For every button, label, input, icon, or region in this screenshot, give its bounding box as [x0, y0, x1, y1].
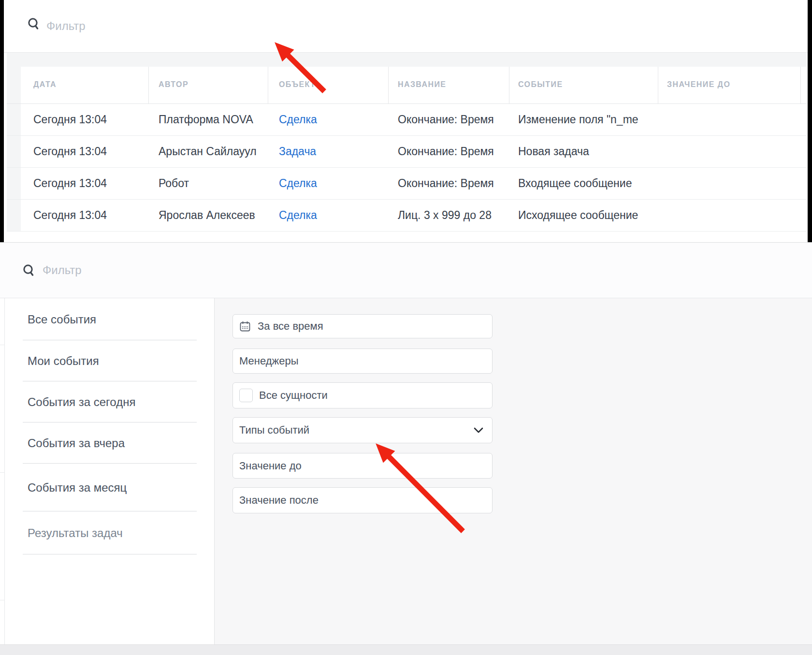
search-icon	[22, 264, 36, 277]
column-header-object[interactable]: ОБЪЕКТ	[279, 77, 316, 92]
sidebar-item-events-month[interactable]: События за месяц	[5, 464, 214, 511]
cell-name: Окончание: Время	[398, 103, 502, 135]
cell-date: Сегодня 13:04	[33, 103, 145, 135]
filter-search-bar[interactable]: Фильтр	[4, 0, 808, 53]
cell-object-link[interactable]: Сделка	[279, 199, 376, 231]
sidebar-item-task-results[interactable]: Результаты задач	[5, 511, 214, 554]
cell-object-link[interactable]: Задача	[279, 135, 376, 167]
managers-field[interactable]: Менеджеры	[232, 349, 493, 374]
cell-event: Исходящее сообщение	[518, 199, 658, 231]
filter-search-placeholder: Фильтр	[43, 243, 82, 298]
cell-name: Окончание: Время	[398, 135, 502, 167]
search-icon	[27, 17, 41, 31]
sidebar-item-events-today[interactable]: События за сегодня	[5, 381, 214, 422]
managers-field-placeholder: Менеджеры	[239, 355, 299, 367]
screen-edge-left	[0, 0, 4, 242]
cell-name: Окончание: Время	[398, 167, 502, 199]
column-divider	[658, 67, 658, 103]
column-header-date[interactable]: ДАТА	[33, 77, 57, 92]
cell-date: Сегодня 13:04	[33, 167, 145, 199]
calendar-icon	[239, 320, 251, 332]
bottom-page-band	[0, 644, 812, 655]
column-header-author[interactable]: АВТОР	[159, 77, 188, 92]
value-before-field[interactable]: Значение до	[232, 453, 493, 479]
cell-event: Изменение поля "n_me	[518, 103, 658, 135]
event-types-dropdown[interactable]: Типы событий	[232, 417, 493, 443]
all-entities-checkbox[interactable]	[239, 389, 253, 402]
screen-edge-right	[808, 0, 812, 242]
filter-search-bar-expanded[interactable]: Фильтр	[0, 243, 812, 298]
table-row[interactable]: Сегодня 13:04 Арыстан Сайлауул Задача Ок…	[7, 135, 807, 167]
sidebar-item-events-yesterday[interactable]: События за вчера	[5, 422, 214, 464]
cell-author: Робот	[159, 167, 259, 199]
period-field-label: За все время	[258, 320, 323, 333]
column-divider	[148, 67, 149, 103]
column-header-event[interactable]: СОБЫТИЕ	[518, 77, 563, 92]
cell-date: Сегодня 13:04	[33, 199, 145, 231]
all-entities-field[interactable]: Все сущности	[232, 382, 493, 408]
background-page-sliver	[0, 298, 5, 644]
sidebar-item-my-events[interactable]: Мои события	[5, 340, 214, 381]
cell-event: Новая задача	[518, 135, 658, 167]
cell-date: Сегодня 13:04	[33, 135, 145, 167]
value-after-field[interactable]: Значение после	[232, 487, 493, 513]
table-row[interactable]: Сегодня 13:04 Ярослав Алексеев Сделка Ли…	[7, 199, 807, 231]
cell-object-link[interactable]: Сделка	[279, 167, 376, 199]
filter-search-placeholder: Фильтр	[46, 0, 86, 52]
all-entities-label: Все сущности	[259, 389, 328, 402]
chevron-down-icon	[473, 424, 484, 436]
table-row[interactable]: Сегодня 13:04 Платформа NOVA Сделка Окон…	[7, 103, 807, 135]
events-table-footer-space	[7, 231, 807, 242]
column-divider	[388, 67, 389, 103]
value-after-placeholder: Значение после	[239, 494, 319, 507]
column-divider	[509, 67, 509, 103]
sidebar-item-all-events[interactable]: Все события	[5, 298, 214, 340]
cell-name: Лиц. 3 х 999 до 28	[398, 199, 502, 231]
column-header-name[interactable]: НАЗВАНИЕ	[398, 77, 446, 92]
period-field[interactable]: За все время	[232, 314, 493, 338]
cell-author: Платформа NOVA	[159, 103, 259, 135]
event-types-label: Типы событий	[239, 424, 309, 437]
row-divider	[7, 231, 807, 232]
events-log-page: Фильтр ДАТА АВТОР ОБЪЕКТ НАЗВАНИЕ СОБЫТИ…	[0, 0, 812, 655]
value-before-placeholder: Значение до	[239, 460, 302, 472]
cell-object-link[interactable]: Сделка	[279, 103, 376, 135]
filter-presets-sidebar: Все события Мои события События за сегод…	[5, 298, 214, 644]
column-divider	[268, 67, 268, 103]
column-header-value-before[interactable]: ЗНАЧЕНИЕ ДО	[667, 77, 730, 92]
cell-author: Ярослав Алексеев	[159, 199, 259, 231]
cell-event: Входящее сообщение	[518, 167, 658, 199]
cell-author: Арыстан Сайлауул	[159, 135, 259, 167]
column-divider	[800, 67, 801, 103]
table-row[interactable]: Сегодня 13:04 Робот Сделка Окончание: Вр…	[7, 167, 807, 199]
